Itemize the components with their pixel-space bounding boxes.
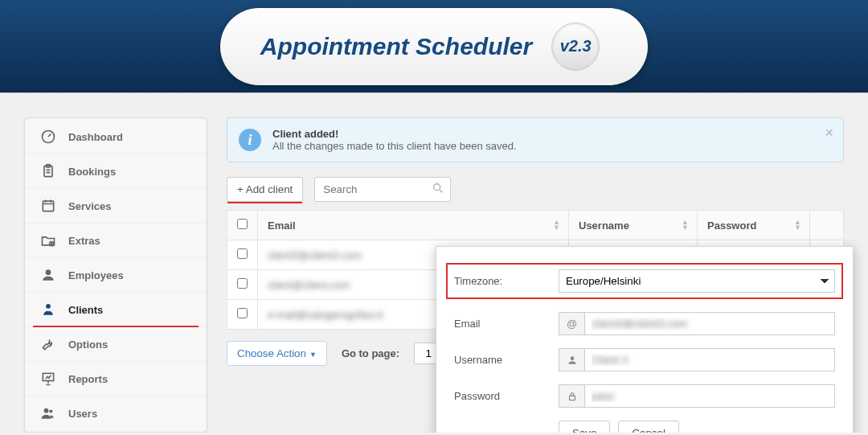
goto-page-label: Go to page:	[342, 347, 399, 359]
user-icon	[559, 348, 584, 371]
svg-rect-12	[569, 396, 575, 400]
email-field[interactable]	[584, 312, 835, 335]
column-email: Email▲▼	[258, 211, 569, 240]
sidebar-item-extras[interactable]: Extras	[25, 224, 207, 258]
alert-title: Client added!	[272, 128, 517, 140]
sidebar-item-reports[interactable]: Reports	[25, 362, 207, 396]
app-title: Appointment Scheduler	[260, 33, 532, 60]
sidebar-item-label: Options	[68, 339, 108, 351]
svg-point-6	[46, 304, 51, 309]
timezone-select[interactable]: Europe/Helsinki	[559, 269, 835, 293]
sidebar-item-label: Bookings	[68, 166, 116, 178]
column-password: Password▲▼	[698, 211, 810, 240]
email-row: Email @	[454, 312, 835, 335]
username-field[interactable]	[584, 348, 835, 371]
sidebar-item-label: Reports	[68, 373, 108, 385]
sidebar-item-users[interactable]: Users	[25, 396, 207, 430]
svg-point-5	[46, 269, 51, 275]
timezone-row: Timezone: Europe/Helsinki	[446, 263, 843, 299]
row-checkbox[interactable]	[237, 278, 248, 289]
save-button[interactable]: Save	[559, 421, 610, 433]
username-row: Username	[454, 348, 835, 371]
sidebar-item-label: Extras	[68, 235, 100, 247]
sidebar-item-label: Employees	[68, 269, 124, 281]
lock-icon	[559, 384, 584, 408]
sidebar-item-label: Clients	[68, 304, 103, 316]
svg-rect-3	[43, 201, 53, 211]
sidebar-item-label: Dashboard	[68, 131, 123, 143]
version-badge: v2.3	[551, 23, 600, 71]
info-icon: i	[239, 129, 261, 151]
presentation-icon	[39, 370, 57, 388]
password-row: Password	[454, 384, 835, 408]
row-checkbox[interactable]	[237, 308, 248, 318]
calendar-icon	[39, 197, 57, 215]
title-pill: Appointment Scheduler v2.3	[220, 8, 648, 85]
sidebar-item-clients[interactable]: Clients	[25, 293, 207, 327]
clipboard-icon	[39, 162, 57, 180]
client-edit-popup: Timezone: Europe/Helsinki Email @ Userna…	[436, 246, 854, 433]
svg-point-10	[434, 184, 440, 191]
svg-point-8	[44, 408, 49, 413]
success-alert: i Client added! All the changes made to …	[227, 117, 844, 162]
sidebar-item-dashboard[interactable]: Dashboard	[25, 120, 207, 154]
sort-icon[interactable]: ▲▼	[682, 220, 689, 231]
users-icon	[39, 404, 57, 422]
svg-point-11	[570, 356, 574, 360]
sidebar-item-employees[interactable]: Employees	[25, 258, 207, 293]
user-icon	[39, 266, 57, 284]
toolbar: + Add client	[227, 177, 844, 202]
password-label: Password	[454, 390, 559, 402]
email-label: Email	[454, 318, 559, 330]
sidebar: Dashboard Bookings Services Extras Emplo…	[24, 117, 207, 433]
timezone-label: Timezone:	[454, 275, 559, 287]
at-icon: @	[559, 312, 584, 335]
password-field[interactable]	[584, 384, 835, 408]
sort-icon[interactable]: ▲▼	[794, 220, 801, 231]
sidebar-item-bookings[interactable]: Bookings	[25, 154, 207, 189]
column-username: Username▲▼	[569, 211, 698, 240]
row-checkbox[interactable]	[237, 248, 248, 259]
search-input[interactable]	[314, 177, 451, 202]
alert-body: All the changes made to this client have…	[272, 140, 517, 152]
search-icon	[432, 182, 444, 195]
svg-point-9	[49, 409, 52, 412]
sidebar-item-services[interactable]: Services	[25, 189, 207, 224]
cancel-button[interactable]: Cancel	[618, 421, 679, 433]
wrench-icon	[39, 335, 57, 353]
sort-icon[interactable]: ▲▼	[553, 220, 560, 231]
caret-down-icon: ▼	[309, 351, 317, 359]
choose-action-dropdown[interactable]: Choose Action▼	[227, 341, 327, 366]
app-header: Appointment Scheduler v2.3	[0, 0, 868, 93]
close-icon[interactable]: ×	[825, 125, 833, 142]
gauge-icon	[39, 128, 57, 146]
sidebar-item-options[interactable]: Options	[25, 327, 207, 362]
folder-plus-icon	[39, 232, 57, 249]
user-tie-icon	[39, 301, 57, 318]
add-client-button[interactable]: + Add client	[227, 177, 303, 202]
sidebar-item-label: Users	[68, 408, 97, 420]
main-panel: i Client added! All the changes made to …	[227, 117, 844, 433]
sidebar-item-label: Services	[68, 200, 112, 212]
select-all-checkbox[interactable]	[237, 219, 248, 229]
username-label: Username	[454, 354, 559, 366]
